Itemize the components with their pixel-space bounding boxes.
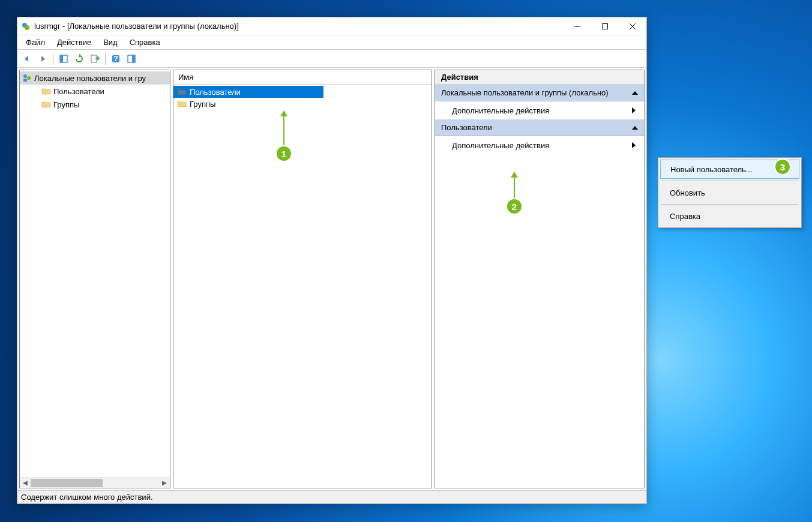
list-item-users[interactable]: Пользователи xyxy=(173,86,323,98)
folder-icon xyxy=(41,86,51,96)
export-list-button[interactable] xyxy=(88,52,102,66)
status-text: Содержит слишком много действий. xyxy=(21,493,153,502)
svg-point-1 xyxy=(25,25,29,30)
svg-rect-12 xyxy=(132,55,135,62)
chevron-right-icon xyxy=(632,107,636,113)
scroll-left-button[interactable]: ◄ xyxy=(20,478,31,488)
context-menu-separator xyxy=(661,181,798,181)
help-button[interactable]: ? xyxy=(109,52,123,66)
scroll-thumb[interactable] xyxy=(31,479,103,487)
tree-groups-node[interactable]: Группы xyxy=(20,98,170,111)
svg-rect-7 xyxy=(60,55,63,62)
svg-text:?: ? xyxy=(113,54,118,63)
show-hide-action-pane-button[interactable] xyxy=(124,52,139,66)
actions-more-label: Дополнительные действия xyxy=(452,106,549,115)
menu-help[interactable]: Справка xyxy=(124,35,166,49)
folder-icon xyxy=(177,99,187,109)
svg-point-13 xyxy=(23,74,27,78)
menu-file[interactable]: Файл xyxy=(20,35,51,49)
context-menu-help-label: Справка xyxy=(670,212,700,221)
collapse-icon xyxy=(632,91,638,95)
list-item-groups[interactable]: Группы xyxy=(173,98,432,110)
context-menu-new-user[interactable]: Новый пользователь... xyxy=(660,160,799,179)
svg-rect-15 xyxy=(23,79,27,82)
forward-button[interactable] xyxy=(35,52,50,66)
mmc-window: lusrmgr - [Локальные пользователи и груп… xyxy=(17,17,647,504)
minimize-button[interactable] xyxy=(564,17,591,35)
context-menu-help[interactable]: Справка xyxy=(660,206,799,226)
users-groups-icon xyxy=(22,73,32,83)
list-item-users-label: Пользователи xyxy=(190,88,241,97)
menu-action[interactable]: Действие xyxy=(51,35,97,49)
context-menu-new-user-label: Новый пользователь... xyxy=(670,165,753,174)
tree-pane: Локальные пользователи и гру Пользовател… xyxy=(19,70,170,488)
statusbar: Содержит слишком много действий. xyxy=(17,490,646,503)
list-header-name-label: Имя xyxy=(178,73,193,82)
context-menu-refresh-label: Обновить xyxy=(670,188,705,197)
refresh-button[interactable] xyxy=(72,52,86,66)
toolbar-separator xyxy=(105,53,106,65)
actions-more-label: Дополнительные действия xyxy=(452,141,549,150)
folder-icon xyxy=(41,100,51,109)
tree-groups-label: Группы xyxy=(53,100,79,109)
actions-group-label: Локальные пользователи и группы (локальн… xyxy=(441,88,609,97)
toolbar-separator xyxy=(53,53,53,65)
tree-users-node[interactable]: Пользователи xyxy=(20,85,170,98)
folder-icon xyxy=(177,87,187,97)
list-column-header-name[interactable]: Имя xyxy=(173,70,432,85)
actions-pane-title: Действия xyxy=(435,70,644,85)
list-item-groups-label: Группы xyxy=(190,100,215,109)
back-button[interactable] xyxy=(20,52,34,66)
show-hide-console-tree-button[interactable] xyxy=(56,52,71,66)
close-button[interactable] xyxy=(619,17,646,35)
maximize-button[interactable] xyxy=(591,17,619,35)
list-body[interactable]: Пользователи Группы xyxy=(173,85,432,488)
tree-body: Локальные пользователи и гру Пользовател… xyxy=(20,70,170,477)
window-controls xyxy=(564,17,646,35)
actions-pane: Действия Локальные пользователи и группы… xyxy=(435,70,645,488)
tree-root-label: Локальные пользователи и гру xyxy=(34,74,146,83)
content-area: Локальные пользователи и гру Пользовател… xyxy=(17,68,646,490)
collapse-icon xyxy=(632,126,638,130)
svg-rect-8 xyxy=(91,55,97,62)
actions-group-local-users-groups[interactable]: Локальные пользователи и группы (локальн… xyxy=(435,85,644,101)
menu-view[interactable]: Вид xyxy=(97,35,124,49)
actions-more-actions-2[interactable]: Дополнительные действия xyxy=(435,136,644,154)
scroll-right-button[interactable]: ► xyxy=(159,478,170,488)
list-pane: Имя Пользователи Группы xyxy=(173,70,432,488)
context-menu-refresh[interactable]: Обновить xyxy=(660,183,799,202)
titlebar[interactable]: lusrmgr - [Локальные пользователи и груп… xyxy=(17,17,646,35)
toolbar: ? xyxy=(17,50,646,68)
window-title: lusrmgr - [Локальные пользователи и груп… xyxy=(34,22,564,31)
actions-more-actions-1[interactable]: Дополнительные действия xyxy=(435,101,644,119)
tree-users-label: Пользователи xyxy=(53,87,104,96)
menubar: Файл Действие Вид Справка xyxy=(17,35,646,50)
chevron-right-icon xyxy=(632,142,636,148)
actions-group-users-label: Пользователи xyxy=(441,123,492,132)
tree-root-node[interactable]: Локальные пользователи и гру xyxy=(20,71,170,85)
svg-point-14 xyxy=(27,76,31,80)
context-menu: Новый пользователь... Обновить Справка xyxy=(658,157,802,228)
tree-horizontal-scrollbar[interactable]: ◄ ► xyxy=(20,477,170,488)
app-icon xyxy=(21,22,31,31)
actions-group-users[interactable]: Пользователи xyxy=(435,119,644,136)
context-menu-separator xyxy=(661,204,798,205)
svg-rect-3 xyxy=(603,23,608,29)
scroll-track[interactable] xyxy=(31,478,159,488)
